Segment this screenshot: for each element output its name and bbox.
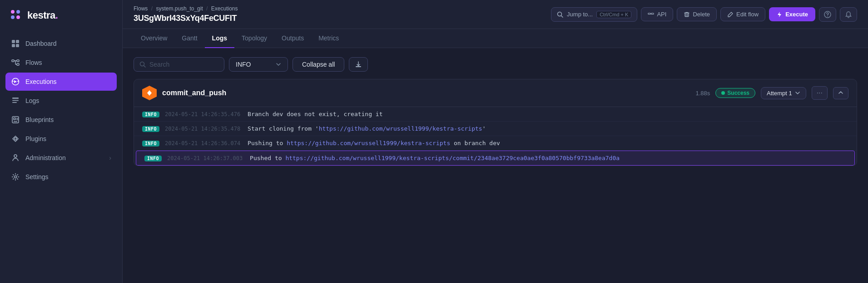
svg-line-40: [144, 66, 146, 68]
task-icon: [142, 86, 157, 100]
status-badge: Success: [715, 88, 755, 98]
search-input[interactable]: [149, 61, 208, 68]
log-entry-highlighted: INFO 2024-05-21 14:26:37.003 Pushed to h…: [136, 151, 855, 166]
log-card-header: commit_and_push 1.88s Success Attempt 1: [134, 79, 857, 107]
duration: 1.88s: [696, 90, 710, 97]
svg-rect-5: [16, 40, 19, 43]
sidebar-item-settings[interactable]: Settings: [5, 168, 117, 186]
svg-rect-19: [12, 102, 17, 103]
dashboard-icon: [11, 39, 20, 48]
sidebar-item-label: Settings: [25, 173, 49, 181]
status-dot: [721, 91, 725, 95]
notifications-button[interactable]: [840, 7, 857, 22]
nav-items: Dashboard Flows: [0, 31, 122, 283]
collapse-all-button[interactable]: Collapse all: [293, 57, 344, 72]
sidebar-item-logs[interactable]: Logs: [5, 92, 117, 110]
api-button[interactable]: API: [641, 7, 673, 21]
collapse-card-button[interactable]: [833, 87, 848, 99]
svg-rect-21: [14, 118, 15, 120]
download-icon: [355, 61, 362, 68]
svg-rect-8: [12, 60, 14, 62]
tab-logs[interactable]: Logs: [205, 29, 234, 48]
log-timestamp: 2024-05-21 14:26:35.478: [165, 126, 242, 132]
settings-icon: [11, 172, 20, 181]
sidebar-item-flows[interactable]: Flows: [5, 54, 117, 72]
logs-icon: [11, 96, 20, 105]
tab-outputs[interactable]: Outputs: [274, 29, 311, 48]
svg-point-27: [15, 176, 17, 178]
log-level-badge: INFO: [142, 141, 159, 146]
log-link[interactable]: https://github.com/wrussell1999/kestra-s…: [287, 140, 450, 146]
log-level-badge: INFO: [142, 112, 159, 117]
administration-icon: [11, 153, 20, 162]
log-entry: INFO 2024-05-21 14:26:35.476 Branch dev …: [134, 107, 857, 122]
main-content: Flows / system.push_to_git / Executions …: [123, 0, 868, 283]
sidebar-item-blueprints[interactable]: Blueprints: [5, 111, 117, 129]
svg-rect-30: [648, 13, 650, 15]
chevron-down-icon: [795, 90, 800, 96]
delete-button[interactable]: Delete: [677, 7, 717, 21]
lightning-icon: [776, 11, 783, 18]
svg-point-25: [15, 138, 17, 140]
help-icon: [824, 11, 831, 18]
log-timestamp: 2024-05-21 14:26:37.003: [167, 155, 244, 161]
log-message: Pushing to https://github.com/wrussell19…: [248, 140, 500, 146]
jump-to-button[interactable]: Jump to... Ctrl/Cmd + K: [551, 7, 637, 22]
log-link[interactable]: https://github.com/wrussell1999/kestra-s…: [285, 155, 620, 161]
log-message: Start cloning from 'https://github.com/w…: [248, 125, 486, 132]
sidebar-item-label: Dashboard: [25, 40, 57, 47]
log-toolbar: INFO Collapse all: [134, 57, 857, 72]
level-select[interactable]: INFO: [229, 57, 288, 72]
search-box[interactable]: [134, 57, 224, 72]
log-timestamp: 2024-05-21 14:26:36.074: [165, 140, 242, 146]
help-button[interactable]: [819, 7, 836, 22]
attempt-select[interactable]: Attempt 1: [761, 87, 806, 99]
svg-point-0: [11, 10, 15, 14]
log-level-badge: INFO: [142, 126, 159, 132]
edit-icon: [727, 11, 734, 18]
svg-rect-4: [12, 40, 15, 43]
log-link[interactable]: https://github.com/wrussell1999/kestra-s…: [319, 125, 482, 132]
tab-topology[interactable]: Topology: [234, 29, 274, 48]
task-name: commit_and_push: [162, 89, 226, 97]
logo-text: kestra.: [27, 10, 58, 21]
edit-flow-button[interactable]: Edit flow: [720, 7, 765, 21]
log-entries: INFO 2024-05-21 14:26:35.476 Branch dev …: [134, 107, 857, 166]
flows-icon: [11, 58, 20, 67]
svg-rect-31: [651, 13, 654, 15]
tabs-bar: Overview Gantt Logs Topology Outputs Met…: [123, 29, 868, 48]
download-button[interactable]: [349, 57, 368, 72]
sidebar-item-plugins[interactable]: Plugins: [5, 130, 117, 148]
chevron-up-icon: [838, 90, 843, 95]
sidebar-item-label: Administration: [25, 154, 66, 161]
kestra-logo-icon: [9, 8, 24, 23]
blueprints-icon: [11, 115, 20, 124]
sidebar-item-administration[interactable]: Administration ›: [5, 149, 117, 167]
svg-point-3: [16, 15, 20, 19]
page-title: 3USgWbrI43SxYq4FeCUFIT: [134, 14, 238, 23]
log-entry: INFO 2024-05-21 14:26:36.074 Pushing to …: [134, 136, 857, 151]
svg-point-1: [16, 10, 20, 14]
sidebar-item-label: Logs: [25, 97, 39, 104]
more-options-button[interactable]: ···: [812, 86, 828, 100]
tab-metrics[interactable]: Metrics: [311, 29, 346, 48]
sidebar-item-label: Plugins: [25, 135, 46, 142]
api-icon: [648, 11, 654, 18]
tab-gantt[interactable]: Gantt: [174, 29, 204, 48]
log-card-meta: 1.88s Success Attempt 1 ···: [696, 86, 849, 100]
sidebar-item-label: Executions: [25, 78, 56, 85]
svg-point-26: [14, 155, 17, 157]
header-left: Flows / system.push_to_git / Executions …: [134, 5, 238, 23]
svg-marker-36: [778, 12, 781, 17]
sidebar-item-dashboard[interactable]: Dashboard: [5, 34, 117, 53]
breadcrumb: Flows / system.push_to_git / Executions: [134, 5, 238, 12]
svg-rect-10: [17, 63, 19, 65]
trash-icon: [684, 11, 690, 18]
svg-rect-33: [685, 13, 689, 16]
execute-button[interactable]: Execute: [769, 7, 815, 21]
chevron-right-icon: ›: [109, 154, 111, 161]
log-card: commit_and_push 1.88s Success Attempt 1: [134, 79, 857, 166]
tab-overview[interactable]: Overview: [134, 29, 174, 48]
log-message: Branch dev does not exist, creating it: [248, 111, 382, 117]
sidebar-item-executions[interactable]: Executions: [5, 73, 117, 91]
